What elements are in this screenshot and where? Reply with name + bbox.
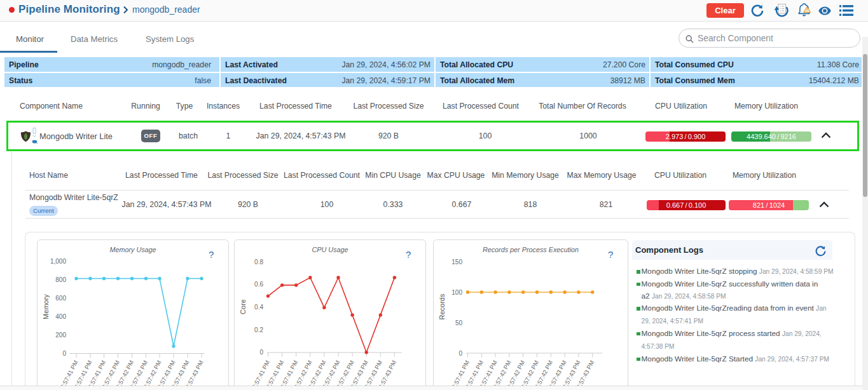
svg-text:200: 200 xyxy=(55,332,66,339)
svg-text:150: 150 xyxy=(451,259,462,266)
svg-text:0: 0 xyxy=(62,350,66,357)
svg-text:100: 100 xyxy=(451,289,462,296)
svg-text:0: 0 xyxy=(458,350,462,357)
svg-text:1,000: 1,000 xyxy=(50,258,66,265)
svg-text:600: 600 xyxy=(55,295,66,302)
svg-text:400: 400 xyxy=(55,313,66,320)
svg-text:0.4: 0.4 xyxy=(254,304,263,311)
svg-text:50: 50 xyxy=(455,319,463,326)
svg-text:0.8: 0.8 xyxy=(254,259,263,266)
svg-text:800: 800 xyxy=(55,276,66,283)
svg-text:0.6: 0.6 xyxy=(254,281,263,288)
svg-text:0.2: 0.2 xyxy=(254,326,263,333)
svg-text:0: 0 xyxy=(259,349,263,356)
